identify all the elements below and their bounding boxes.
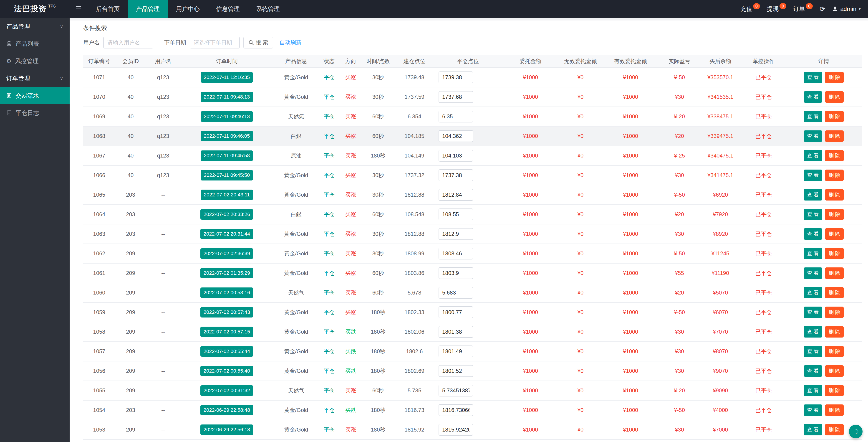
order-time-button[interactable]: 2022-06-29 22:58:48 — [200, 405, 253, 415]
close-price-input[interactable] — [439, 287, 473, 299]
sidebar-item-风控管理[interactable]: ⚙风控管理 — [0, 52, 70, 70]
stat-订单[interactable]: 订单0 — [793, 5, 813, 13]
nav-item-产品管理[interactable]: 产品管理 — [128, 0, 168, 18]
delete-button[interactable]: 删 除 — [825, 306, 844, 318]
delete-button[interactable]: 删 除 — [825, 424, 844, 435]
entrust-amount: ¥1000 — [501, 400, 560, 420]
delete-button[interactable]: 删 除 — [825, 267, 844, 279]
close-price-input[interactable] — [439, 247, 473, 260]
nav-item-系统管理[interactable]: 系统管理 — [248, 0, 288, 18]
order-time-button[interactable]: 2022-07-11 09:48:13 — [200, 92, 253, 102]
view-button[interactable]: 查 看 — [804, 385, 822, 396]
close-price-input[interactable] — [439, 169, 473, 181]
view-button[interactable]: 查 看 — [804, 189, 822, 201]
close-price-input[interactable] — [439, 189, 473, 201]
close-price-input[interactable] — [439, 111, 473, 122]
nav-item-后台首页[interactable]: 后台首页 — [88, 0, 128, 18]
close-price-input[interactable] — [439, 326, 473, 338]
order-time-button[interactable]: 2022-07-02 20:33:26 — [200, 209, 253, 219]
view-button[interactable]: 查 看 — [804, 248, 822, 259]
view-button[interactable]: 查 看 — [804, 365, 822, 377]
search-button[interactable]: 搜 索 — [243, 37, 273, 49]
date-input[interactable] — [190, 37, 240, 49]
order-time-button[interactable]: 2022-07-11 12:16:35 — [200, 72, 253, 83]
view-button[interactable]: 查 看 — [804, 306, 822, 318]
view-button[interactable]: 查 看 — [804, 405, 822, 416]
close-price-input[interactable] — [439, 228, 473, 240]
view-button[interactable]: 查 看 — [804, 111, 822, 122]
invalid-entrust-amount: ¥0 — [560, 205, 601, 224]
view-button[interactable]: 查 看 — [804, 91, 822, 102]
close-price-input[interactable] — [439, 306, 473, 318]
sidebar-item-订单管理[interactable]: 订单管理∨ — [0, 70, 70, 87]
close-price-input[interactable] — [439, 130, 473, 142]
view-button[interactable]: 查 看 — [804, 267, 822, 279]
delete-button[interactable]: 删 除 — [825, 228, 844, 240]
sidebar-item-产品列表[interactable]: 产品列表 — [0, 35, 70, 52]
order-time-button[interactable]: 2022-07-11 09:45:50 — [200, 170, 253, 180]
delete-button[interactable]: 删 除 — [825, 405, 844, 416]
order-time-button[interactable]: 2022-07-02 20:31:44 — [200, 229, 253, 239]
order-time-button[interactable]: 2022-07-02 00:57:15 — [200, 327, 253, 337]
delete-button[interactable]: 删 除 — [825, 130, 844, 142]
refresh-icon[interactable]: ⟳ — [819, 5, 825, 13]
sidebar-item-平仓日志[interactable]: 平仓日志 — [0, 104, 70, 121]
view-button[interactable]: 查 看 — [804, 424, 822, 435]
stat-充值[interactable]: 充值0 — [740, 5, 760, 13]
close-price-input[interactable] — [439, 267, 473, 279]
close-price-input[interactable] — [439, 71, 473, 83]
delete-button[interactable]: 删 除 — [825, 287, 844, 298]
delete-button[interactable]: 删 除 — [825, 189, 844, 201]
delete-button[interactable]: 删 除 — [825, 72, 844, 83]
delete-button[interactable]: 删 除 — [825, 150, 844, 161]
auto-refresh-link[interactable]: 自动刷新 — [280, 39, 301, 46]
view-button[interactable]: 查 看 — [804, 72, 822, 83]
delete-button[interactable]: 删 除 — [825, 91, 844, 102]
order-time-button[interactable]: 2022-07-11 09:46:05 — [200, 131, 253, 141]
order-time-button[interactable]: 2022-07-02 00:57:43 — [200, 307, 253, 318]
close-price-input[interactable] — [439, 424, 473, 436]
sidebar-item-产品管理[interactable]: 产品管理∨ — [0, 18, 70, 35]
view-button[interactable]: 查 看 — [804, 209, 822, 220]
delete-button[interactable]: 删 除 — [825, 170, 844, 181]
username-input[interactable] — [103, 37, 153, 49]
stat-提现[interactable]: 提现0 — [767, 5, 786, 13]
view-button[interactable]: 查 看 — [804, 287, 822, 298]
delete-button[interactable]: 删 除 — [825, 385, 844, 396]
view-button[interactable]: 查 看 — [804, 170, 822, 181]
order-time-button[interactable]: 2022-07-11 09:46:13 — [200, 111, 253, 122]
close-price-input[interactable] — [439, 365, 473, 377]
delete-button[interactable]: 删 除 — [825, 111, 844, 122]
nav-item-信息管理[interactable]: 信息管理 — [208, 0, 248, 18]
order-time-button[interactable]: 2022-07-02 20:43:11 — [200, 189, 253, 200]
close-price-input[interactable] — [439, 91, 473, 103]
order-time-button[interactable]: 2022-06-29 22:56:13 — [200, 424, 253, 435]
delete-button[interactable]: 删 除 — [825, 248, 844, 259]
order-time-button[interactable]: 2022-07-02 00:31:32 — [200, 385, 253, 396]
view-button[interactable]: 查 看 — [804, 228, 822, 240]
close-price-input[interactable] — [439, 208, 473, 220]
order-time-button[interactable]: 2022-07-02 00:55:44 — [200, 346, 253, 357]
order-time-button[interactable]: 2022-07-02 00:58:16 — [200, 288, 253, 298]
sidebar-item-交易流水[interactable]: 交易流水 — [0, 87, 70, 104]
delete-button[interactable]: 删 除 — [825, 365, 844, 377]
delete-button[interactable]: 删 除 — [825, 209, 844, 220]
close-price-input[interactable] — [439, 404, 473, 416]
nav-item-用户中心[interactable]: 用户中心 — [168, 0, 208, 18]
view-button[interactable]: 查 看 — [804, 326, 822, 337]
delete-button[interactable]: 删 除 — [825, 346, 844, 357]
theme-toggle-button[interactable]: ☽ — [849, 425, 863, 438]
delete-button[interactable]: 删 除 — [825, 326, 844, 337]
order-time-button[interactable]: 2022-07-02 00:55:40 — [200, 366, 253, 376]
view-button[interactable]: 查 看 — [804, 150, 822, 161]
close-price-input[interactable] — [439, 346, 473, 357]
order-time-button[interactable]: 2022-07-11 09:45:58 — [200, 150, 253, 161]
view-button[interactable]: 查 看 — [804, 130, 822, 142]
order-time-button[interactable]: 2022-07-02 01:35:29 — [200, 268, 253, 278]
close-price-input[interactable] — [439, 150, 473, 161]
user-menu[interactable]: admin ▾ — [832, 5, 861, 12]
order-time-button[interactable]: 2022-07-02 02:36:39 — [200, 248, 253, 259]
hamburger-icon[interactable]: ☰ — [70, 5, 88, 13]
view-button[interactable]: 查 看 — [804, 346, 822, 357]
close-price-input[interactable] — [439, 385, 473, 396]
